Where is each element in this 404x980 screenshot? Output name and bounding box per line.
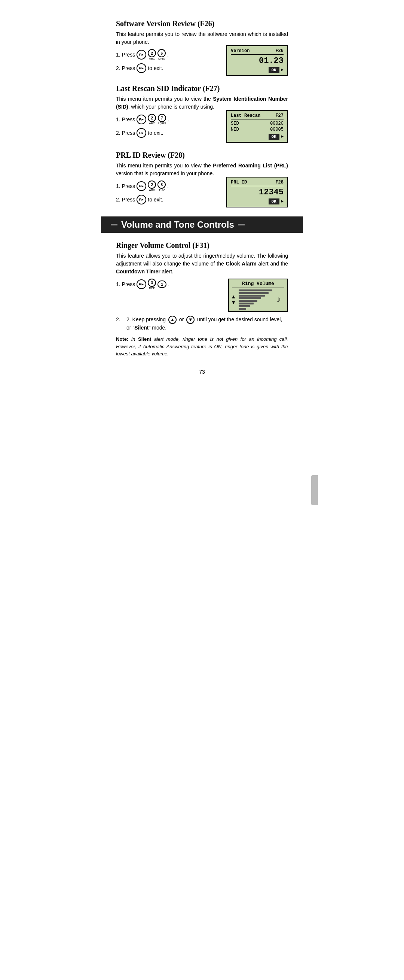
prl-fn-key-exit: F► (136, 195, 146, 204)
bar-8 (239, 308, 246, 310)
rv-fn-key: F► (136, 279, 146, 289)
prl-step-col: 1. Press F► 2 ABC 8 TUV . 2. Press F► (116, 180, 220, 207)
prl-key-2abc: 2 (148, 180, 156, 189)
software-version-step-col: 1. Press F► 2 ABC 6 MNO . 2. Press (116, 49, 220, 76)
page-number: 73 (199, 369, 205, 375)
prl-screen-arrow: ► (281, 199, 284, 204)
software-version-step1: 1. Press F► 2 ABC 6 MNO . (116, 49, 220, 60)
key-group-lr1: F► 2 ABC 7 PQRS (136, 114, 166, 125)
fn-key: F► (136, 50, 146, 60)
rv-body-bold1: Clock Alarm (226, 261, 257, 267)
rv-step1: 1. Press F► 3 DEF 1 . (116, 278, 220, 290)
rv-step1-period: . (168, 281, 170, 287)
rv-step1-label: 1. Press (116, 281, 135, 287)
page-number-row: 73 (116, 369, 288, 375)
software-version-section: Software Version Review (F26) This featu… (116, 19, 288, 76)
up-btn[interactable]: ▲ (168, 316, 177, 324)
ring-screen-box: Ring Volume ▲ ▼ (228, 278, 288, 312)
lr-key-7pqrs: 7 (158, 114, 166, 122)
rv-step2-content: 2. Keep pressing ▲ or ▼ until you get th… (127, 316, 288, 332)
prl-fn-key: F► (136, 181, 146, 191)
down-btn[interactable]: ▼ (186, 316, 195, 324)
last-rescan-step-col: 1. Press F► 2 ABC 7 PQRS . 2. Press F► (116, 114, 220, 141)
sv-screen-title-left: Version (231, 48, 250, 54)
ringer-volume-title: Ringer Volume Control (F31) (116, 241, 288, 250)
ring-bar-stack (239, 290, 273, 310)
last-rescan-body-end: , which your phone is currently using. (128, 104, 214, 110)
ringer-volume-body: This feature allows you to adjust the ri… (116, 252, 288, 275)
prl-step2: 2. Press F► to exit. (116, 195, 220, 204)
rv-key-3def-wrap: 3 DEF (148, 278, 156, 290)
up-arrow-icon: ▲ (232, 294, 235, 299)
lr-screen-title-right: F27 (275, 113, 284, 118)
lr-step1-label: 1. Press (116, 116, 135, 123)
key-2abc-wrap: 2 ABC (148, 49, 156, 60)
lr-sid-label: SID (231, 121, 239, 126)
lr-nid-label: NID (231, 127, 239, 132)
rv-step1-col: 1. Press F► 3 DEF 1 . (116, 278, 220, 293)
prl-body-start: This menu item permits you to view the (116, 162, 213, 169)
prl-key-8tuv-wrap: 8 TUV (157, 180, 166, 192)
note-label: Note: (116, 336, 128, 342)
last-rescan-step2: 2. Press F► to exit. (116, 128, 220, 138)
sv-screen-title-row: Version F26 (231, 48, 284, 55)
lr-ok-btn: OK (269, 134, 279, 140)
sv-screen-value: 01.23 (231, 56, 284, 65)
sv-screen-arrow: ► (281, 67, 284, 73)
key-6mno: 6 (157, 49, 166, 57)
software-version-step2: 2. Press F► to exit. (116, 63, 220, 73)
sv-screen-title-right: F26 (275, 48, 284, 54)
sv-screen-box: Version F26 01.23 OK ► (226, 45, 288, 76)
bar-1 (239, 290, 273, 291)
prl-key-2abc-wrap: 2 ABC (148, 180, 156, 192)
bar-5 (239, 300, 257, 302)
lr-key-7pqrs-wrap: 7 PQRS (157, 114, 166, 125)
fn-key-exit-sv: F► (136, 63, 146, 73)
rv-step2: 2. 2. Keep pressing ▲ or ▼ until you get… (116, 316, 288, 332)
rv-or: or (179, 317, 184, 323)
ring-arrows-col: ▲ ▼ (232, 294, 235, 305)
prl-screen-title-right: F28 (275, 180, 284, 185)
step2-label: 2. Press (116, 65, 135, 71)
lr-fn-key: F► (136, 115, 146, 124)
lr-fn-key-exit: F► (136, 128, 146, 138)
lr-screen-box: Last Rescan F27 SID 00020 NID 00005 OK ► (226, 110, 288, 143)
rv-key-1: 1 (157, 280, 166, 288)
prl-body-bold: Preferred Roaming List (PRL) (213, 162, 288, 169)
prl-screen: PRL ID F28 12345 OK ► (226, 180, 288, 207)
prl-step1: 1. Press F► 2 ABC 8 TUV . (116, 180, 220, 192)
rv-body-bold2: Countdown Timer (116, 269, 160, 275)
prl-id-section: PRL ID Review (F28) This menu item permi… (116, 151, 288, 207)
rv-keep-pressing: 2. Keep pressing (127, 317, 166, 323)
ring-screen-title: Ring Volume (232, 281, 284, 288)
lr-step1-period: . (168, 116, 169, 123)
prl-screen-ok-row: OK ► (231, 199, 284, 204)
silent-bold: Silent (134, 325, 149, 331)
software-version-steps: 1. Press F► 2 ABC 6 MNO . 2. Press (116, 49, 288, 76)
prl-id-title: PRL ID Review (F28) (116, 151, 288, 159)
down-arrow-icon: ▼ (232, 300, 235, 305)
software-version-title: Software Version Review (F26) (116, 19, 288, 28)
lr-screen-title-row: Last Rescan F27 (231, 113, 284, 119)
software-version-body: This feature permits you to review the s… (116, 30, 288, 46)
rv-screen: Ring Volume ▲ ▼ (226, 278, 288, 312)
lr-screen-arrow: ► (281, 134, 284, 139)
lr-nid-value: 00005 (270, 127, 284, 132)
last-rescan-screen: Last Rescan F27 SID 00020 NID 00005 OK ► (226, 114, 288, 143)
ringer-volume-step1-row: 1. Press F► 3 DEF 1 . Ring Volume ▲ (116, 278, 288, 312)
last-rescan-body: This menu item permits you to view the S… (116, 95, 288, 111)
key-2abc: 2 (148, 49, 156, 57)
sv-ok-btn: OK (269, 67, 279, 73)
last-rescan-body-start: This menu item permits you to view the (116, 96, 213, 102)
speaker-icon: ♪ (276, 295, 281, 304)
step1-label: 1. Press (116, 52, 135, 58)
ringer-volume-section: Ringer Volume Control (F31) This feature… (116, 241, 288, 358)
prl-body-end: version that is programmed in your phone… (116, 170, 214, 177)
rv-step2-num: 2. (116, 316, 127, 323)
last-rescan-steps: 1. Press F► 2 ABC 7 PQRS . 2. Press F► (116, 114, 288, 143)
lr-sid-value: 00020 (270, 121, 284, 126)
banner-text: Volume and Tone Controls (121, 220, 234, 230)
step2-suffix-sv: to exit. (148, 65, 163, 71)
bar-2 (239, 292, 269, 294)
bar-7 (239, 305, 250, 307)
